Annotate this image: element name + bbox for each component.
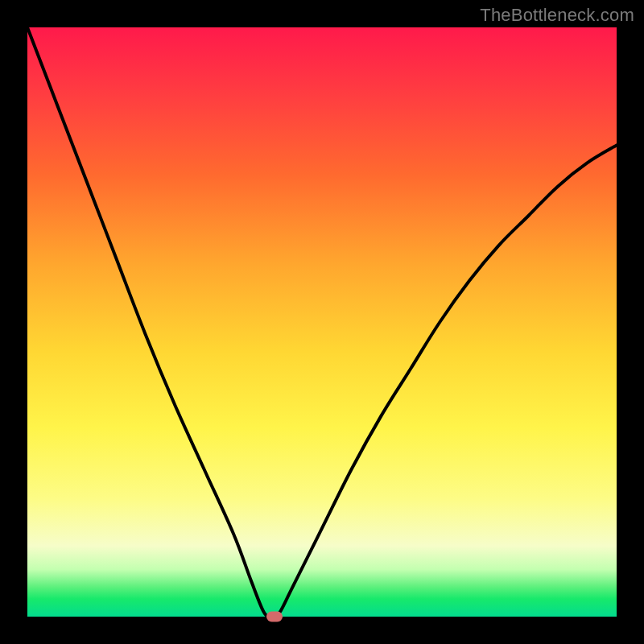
chart-frame: TheBottleneck.com	[0, 0, 644, 644]
watermark-text: TheBottleneck.com	[480, 5, 634, 26]
plot-area	[27, 27, 617, 617]
optimal-point-marker	[266, 612, 283, 622]
bottleneck-curve	[27, 27, 617, 617]
